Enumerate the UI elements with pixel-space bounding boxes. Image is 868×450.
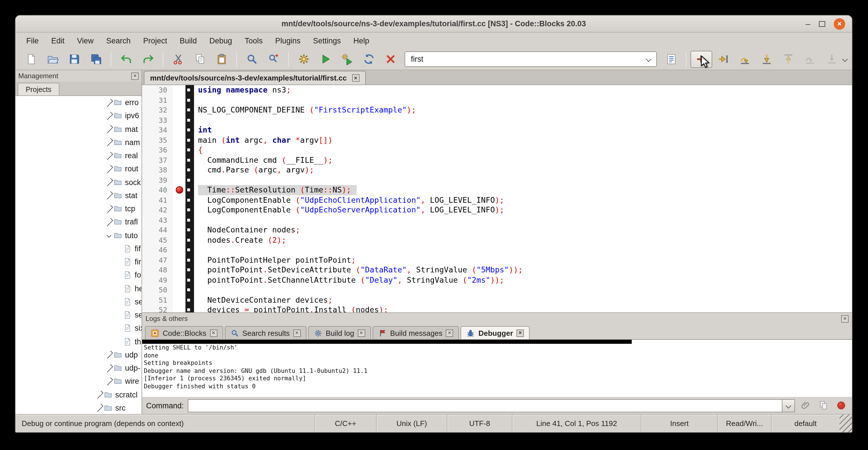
tree-item-tuto[interactable]: tuto <box>16 229 142 242</box>
step-out-button[interactable] <box>777 51 799 68</box>
tree-item-fif[interactable]: fif <box>16 242 142 256</box>
breakpoint-margin[interactable] <box>173 145 185 155</box>
menu-plugins[interactable]: Plugins <box>269 34 307 47</box>
code-line-33[interactable]: 33 <box>142 115 852 125</box>
step-into-button[interactable] <box>755 51 777 68</box>
expand-toggle[interactable] <box>105 101 113 104</box>
tree-item-fo[interactable]: fo <box>16 269 142 282</box>
stop-debugger-button[interactable] <box>834 399 848 412</box>
close-button[interactable]: × <box>834 18 845 29</box>
expand-toggle[interactable] <box>105 366 113 370</box>
menu-search[interactable]: Search <box>100 34 137 47</box>
code-line-41[interactable]: 41 LogComponentEnable ("UdpEchoClientApp… <box>142 195 852 205</box>
tree-item-nam[interactable]: nam <box>16 136 142 149</box>
title-bar[interactable]: mnt/dev/tools/source/ns-3-dev/examples/t… <box>16 16 852 33</box>
run-to-cursor-button[interactable] <box>712 51 734 68</box>
tree-item-tcp[interactable]: tcp <box>16 202 142 216</box>
paste-button[interactable] <box>211 51 232 68</box>
build-and-run-button[interactable] <box>336 51 358 68</box>
minimize-button[interactable]: – <box>806 21 810 27</box>
tree-item-src[interactable]: src <box>16 401 142 414</box>
attach-button[interactable] <box>799 399 813 412</box>
expand-toggle[interactable] <box>95 406 103 410</box>
rebuild-button[interactable] <box>358 51 379 68</box>
tree-item-erro[interactable]: erro <box>16 96 142 109</box>
save-file-button[interactable] <box>63 51 85 68</box>
breakpoint-margin[interactable] <box>173 205 185 215</box>
tree-item-se[interactable]: se <box>16 308 142 322</box>
menu-build[interactable]: Build <box>174 34 203 47</box>
command-input[interactable] <box>188 399 782 412</box>
tree-item-six[interactable]: six <box>16 322 142 335</box>
logs-tab-search-results[interactable]: Search results× <box>224 326 306 339</box>
expand-toggle[interactable] <box>105 167 113 171</box>
code-line-35[interactable]: 35main (int argc, char *argv[]) <box>142 135 852 145</box>
breakpoint-margin[interactable] <box>173 295 185 305</box>
tree-item-ipv6[interactable]: ipv6 <box>16 109 142 123</box>
menu-settings[interactable]: Settings <box>307 34 347 47</box>
breakpoint-marker[interactable] <box>176 186 183 194</box>
close-icon[interactable]: × <box>841 315 848 322</box>
code-line-34[interactable]: 34int <box>142 125 852 135</box>
code-line-40[interactable]: 40 Time::SetResolution (Time::NS); <box>142 185 852 195</box>
close-icon[interactable]: × <box>352 74 359 82</box>
command-history-dropdown[interactable] <box>782 399 795 412</box>
expand-toggle[interactable] <box>105 380 113 383</box>
logs-tab-code-blocks[interactable]: Code::Blocks× <box>145 326 223 339</box>
code-line-52[interactable]: 52 devices = pointToPoint.Install (nodes… <box>142 305 852 312</box>
code-line-49[interactable]: 49 pointToPoint.SetChannelAttribute ("De… <box>142 275 852 285</box>
expand-toggle[interactable] <box>105 194 113 197</box>
breakpoint-margin[interactable] <box>173 185 185 195</box>
expand-toggle[interactable] <box>105 127 113 131</box>
expand-toggle[interactable] <box>105 220 113 224</box>
code-line-43[interactable]: 43 <box>142 215 852 225</box>
breakpoint-margin[interactable] <box>173 175 185 185</box>
expand-toggle[interactable] <box>95 393 103 396</box>
copy-log-button[interactable] <box>817 399 830 412</box>
logs-tab-build-log[interactable]: Build log× <box>308 326 371 339</box>
tree-item-trafl[interactable]: trafl <box>16 216 142 229</box>
expand-toggle[interactable] <box>105 114 113 118</box>
tree-item-se[interactable]: se <box>16 295 142 309</box>
code-line-32[interactable]: 32NS_LOG_COMPONENT_DEFINE ("FirstScriptE… <box>142 105 852 115</box>
expand-toggle[interactable] <box>105 141 113 144</box>
code-line-47[interactable]: 47 PointToPointHelper pointToPoint; <box>142 255 852 265</box>
logs-tab-build-messages[interactable]: Build messages× <box>372 326 459 339</box>
replace-button[interactable] <box>262 51 284 68</box>
menu-help[interactable]: Help <box>347 34 376 47</box>
editor-tab-first-cc[interactable]: mnt/dev/tools/source/ns-3-dev/examples/t… <box>144 71 366 85</box>
tree-item-udp[interactable]: udp <box>16 348 142 362</box>
code-line-50[interactable]: 50 <box>142 285 852 295</box>
breakpoint-margin[interactable] <box>173 125 185 135</box>
tree-item-he[interactable]: he <box>16 282 142 295</box>
breakpoint-margin[interactable] <box>173 115 185 125</box>
next-line-button[interactable] <box>734 51 755 68</box>
code-line-48[interactable]: 48 pointToPoint.SetDeviceAttribute ("Dat… <box>142 265 852 275</box>
breakpoint-margin[interactable] <box>173 95 185 105</box>
close-icon[interactable]: × <box>210 329 217 337</box>
breakpoint-margin[interactable] <box>173 305 185 312</box>
run-button[interactable] <box>314 51 336 68</box>
code-line-30[interactable]: 30using namespace ns3; <box>142 85 852 95</box>
step-into-instruction-button[interactable] <box>820 51 842 68</box>
code-line-31[interactable]: 31 <box>142 95 852 105</box>
expand-toggle[interactable] <box>105 207 113 210</box>
breakpoint-margin[interactable] <box>173 165 185 175</box>
selected-log-row[interactable] <box>142 340 632 344</box>
code-line-51[interactable]: 51 NetDeviceContainer devices; <box>142 295 852 305</box>
save-all-button[interactable] <box>85 51 107 68</box>
breakpoint-margin[interactable] <box>173 155 185 165</box>
tree-item-scratcl[interactable]: scratcl <box>16 388 142 401</box>
close-icon[interactable]: × <box>293 329 301 337</box>
menu-file[interactable]: File <box>20 34 45 47</box>
expand-toggle[interactable] <box>105 234 113 237</box>
code-line-38[interactable]: 38 cmd.Parse (argc, argv); <box>142 165 852 175</box>
toolbar-overflow-button[interactable] <box>842 51 847 68</box>
code-line-37[interactable]: 37 CommandLine cmd (__FILE__); <box>142 155 852 165</box>
breakpoint-margin[interactable] <box>173 195 185 205</box>
tree-item-mat[interactable]: mat <box>16 122 142 136</box>
code-line-46[interactable]: 46 <box>142 245 852 255</box>
menu-tools[interactable]: Tools <box>238 34 269 47</box>
expand-toggle[interactable] <box>105 353 113 357</box>
breakpoint-margin[interactable] <box>173 255 185 265</box>
